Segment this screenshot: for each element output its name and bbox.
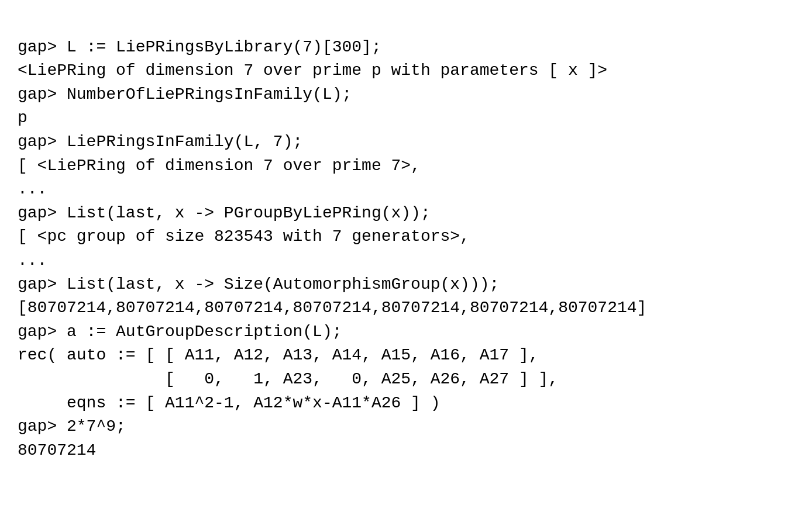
terminal-line: gap> a := AutGroupDescription(L); — [18, 320, 794, 344]
terminal-line: gap> 2*7^9; — [18, 415, 794, 439]
terminal-line: [ <pc group of size 823543 with 7 genera… — [18, 225, 794, 249]
terminal-line: ... — [18, 249, 794, 273]
terminal-line: [80707214,80707214,80707214,80707214,807… — [18, 296, 794, 320]
terminal-line: [ <LiePRing of dimension 7 over prime 7>… — [18, 154, 794, 178]
terminal-line: gap> L := LiePRingsByLibrary(7)[300]; — [18, 36, 794, 60]
terminal-line: gap> List(last, x -> Size(AutomorphismGr… — [18, 273, 794, 297]
terminal-line: <LiePRing of dimension 7 over prime p wi… — [18, 59, 794, 83]
terminal-line: 80707214 — [18, 439, 794, 463]
terminal-line: gap> NumberOfLiePRingsInFamily(L); — [18, 83, 794, 107]
terminal-line: ... — [18, 178, 794, 202]
terminal-line: rec( auto := [ [ A11, A12, A13, A14, A15… — [18, 344, 794, 368]
terminal-line: [ 0, 1, A23, 0, A25, A26, A27 ] ], — [18, 368, 794, 392]
terminal-output: gap> L := LiePRingsByLibrary(7)[300];<Li… — [18, 12, 794, 462]
terminal-line: eqns := [ A11^2-1, A12*w*x-A11*A26 ] ) — [18, 392, 794, 416]
terminal-line: gap> List(last, x -> PGroupByLiePRing(x)… — [18, 202, 794, 226]
terminal-line: gap> LiePRingsInFamily(L, 7); — [18, 130, 794, 154]
terminal-line: p — [18, 106, 794, 130]
